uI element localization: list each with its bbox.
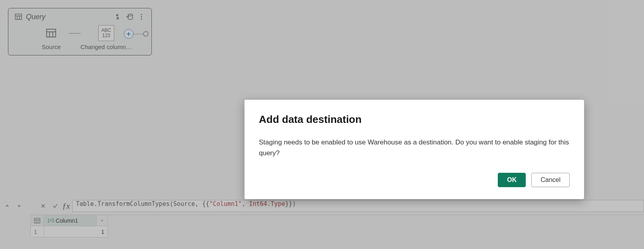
formula-text: "Column1", Int64.Type	[209, 200, 285, 208]
svg-rect-8	[47, 29, 56, 37]
column-header[interactable]: 1²3 Column1	[44, 215, 97, 226]
accept-formula-icon[interactable]	[50, 201, 60, 211]
add-step-button[interactable]: +	[124, 29, 133, 39]
grid-header-row: 1²3 Column1	[30, 215, 644, 226]
query-steps-row: Source ABC123 Changed column… +	[14, 25, 146, 50]
data-preview-grid: 1²3 Column1 1 1	[30, 215, 644, 237]
dialog-actions: OK Cancel	[259, 173, 570, 187]
table-icon[interactable]	[30, 215, 44, 226]
query-card-header: Query	[14, 12, 146, 21]
row-number: 1	[30, 226, 44, 237]
step-connector	[69, 33, 81, 34]
svg-point-7	[141, 18, 142, 20]
svg-point-6	[141, 16, 142, 18]
editor-bottom-area: ƒx Table.TransformColumnTypes(Source, {{…	[0, 199, 644, 237]
cell-value[interactable]: 1	[44, 226, 108, 237]
step-label: Changed column…	[81, 43, 132, 50]
number-type-icon: 1²3	[47, 218, 54, 223]
data-destination-icon[interactable]	[125, 12, 134, 21]
svg-point-5	[141, 14, 142, 15]
step-forward-icon[interactable]	[14, 201, 24, 211]
table-row: 1 1	[30, 226, 644, 237]
collapse-icon[interactable]	[113, 12, 122, 21]
svg-point-4	[128, 14, 133, 16]
dialog-title: Add data destination	[259, 113, 570, 126]
step-label: Source	[42, 43, 61, 50]
ok-button[interactable]: OK	[498, 173, 526, 187]
cancel-button[interactable]: Cancel	[531, 173, 570, 187]
column-name: Column1	[56, 217, 78, 224]
table-icon	[14, 12, 23, 21]
svg-rect-0	[15, 14, 22, 20]
formula-bar: ƒx Table.TransformColumnTypes(Source, {{…	[0, 199, 644, 213]
formula-text: Table.TransformColumnTypes(Source, {{	[76, 200, 209, 208]
query-card-title: Query	[26, 13, 110, 21]
formula-text: }})	[285, 200, 296, 208]
table-icon	[43, 25, 59, 41]
query-step-source[interactable]: Source	[34, 25, 69, 50]
svg-rect-12	[34, 218, 40, 223]
connector-line	[133, 34, 143, 34]
more-icon[interactable]	[137, 12, 146, 21]
add-data-destination-dialog: Add data destination Staging needs to be…	[244, 100, 584, 199]
cancel-formula-icon[interactable]	[38, 201, 48, 211]
abc123-icon: ABC123	[98, 25, 114, 41]
column-filter-dropdown[interactable]	[97, 215, 108, 226]
fx-icon[interactable]: ƒx	[62, 202, 70, 211]
dialog-body: Staging needs to be enabled to use Wareh…	[259, 137, 570, 158]
output-port[interactable]	[143, 31, 149, 37]
formula-input[interactable]: Table.TransformColumnTypes(Source, {{"Co…	[72, 200, 644, 212]
query-diagram-card: Query Source ABC123	[8, 8, 152, 55]
step-trailing-controls: +	[124, 29, 146, 39]
step-back-icon[interactable]	[2, 201, 12, 211]
